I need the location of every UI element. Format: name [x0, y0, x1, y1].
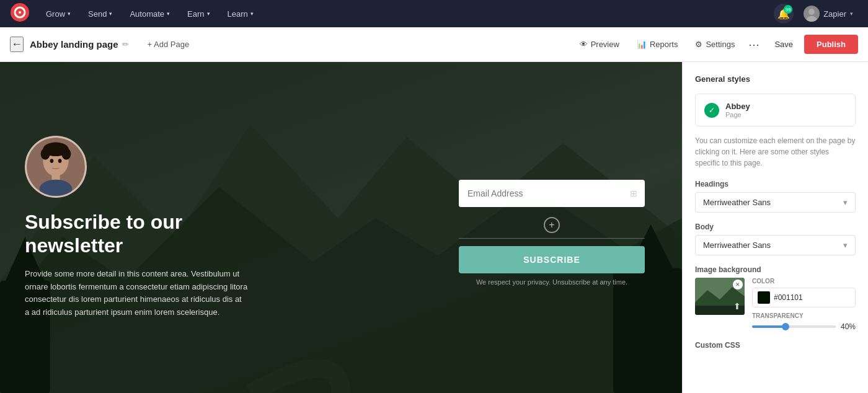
image-bg-row: ✕ ⬆ COLOR #001101 TRANSPARENCY 40% [695, 278, 856, 331]
add-icon: + [544, 217, 560, 233]
body-label: Body [695, 223, 856, 231]
svg-point-21 [50, 159, 54, 163]
color-label: COLOR [752, 278, 856, 285]
chevron-down-icon: ▾ [843, 198, 848, 207]
svg-point-22 [58, 159, 62, 163]
svg-point-18 [61, 148, 71, 160]
panel-description: You can customize each element on the pa… [695, 135, 856, 169]
nav-item-learn[interactable]: Learn ▾ [221, 7, 260, 21]
notification-bell[interactable]: 🔔 99 [774, 4, 794, 24]
color-swatch[interactable] [758, 291, 770, 304]
email-input-wrapper: ⊞ [459, 180, 645, 207]
chevron-down-icon: ▾ [843, 241, 848, 250]
logo[interactable] [10, 2, 35, 25]
headings-font-select[interactable]: Merriweather Sans ▾ [695, 192, 856, 213]
remove-image-button[interactable]: ✕ [733, 280, 743, 289]
panel-title: General styles [695, 74, 856, 84]
color-section: COLOR #001101 TRANSPARENCY 40% [752, 278, 856, 331]
svg-point-2 [19, 11, 21, 14]
chevron-down-icon: ▾ [109, 11, 112, 17]
user-name: Zapier [823, 9, 846, 19]
avatar-image[interactable] [25, 136, 87, 198]
page-info-card[interactable]: ✓ Abbey Page [695, 94, 856, 126]
transparency-value: 40% [841, 322, 856, 331]
avatar [804, 6, 820, 22]
svg-point-17 [41, 148, 50, 160]
right-panel: General styles ✓ Abbey Page You can cust… [682, 62, 868, 393]
chevron-down-icon: ▾ [167, 11, 170, 17]
chevron-down-icon: ▾ [250, 11, 254, 17]
check-icon: ✓ [704, 103, 719, 118]
add-page-button[interactable]: + Add Page [141, 36, 196, 53]
toolbar: ← Abbey landing page ✏ + Add Page 👁 Prev… [0, 27, 868, 62]
page-name: Abbey [725, 102, 750, 111]
form-area: ⊞ + SUBSCRIBE We respect your privacy. U… [459, 180, 645, 286]
top-nav: Grow ▾ Send ▾ Automate ▾ Earn ▾ Learn ▾ … [0, 0, 868, 27]
privacy-note: We respect your privacy. Unsubscribe at … [459, 278, 645, 286]
nav-item-earn[interactable]: Earn ▾ [181, 7, 216, 21]
more-options-icon[interactable]: ⋯ [745, 34, 763, 55]
headings-label: Headings [695, 180, 856, 188]
settings-button[interactable]: ⚙ Settings [688, 36, 742, 53]
main-area: Subscribe to our newsletter Provide some… [0, 62, 868, 393]
color-value: #001101 [774, 293, 803, 302]
page-type: Page [725, 111, 750, 118]
reports-icon: 📊 [637, 40, 647, 49]
bg-image-thumbnail[interactable]: ✕ ⬆ [695, 278, 745, 315]
email-input[interactable] [459, 180, 622, 207]
notification-badge: 99 [784, 5, 792, 14]
grid-icon: ⊞ [622, 188, 645, 198]
preview-button[interactable]: 👁 Preview [572, 36, 627, 53]
hero-body[interactable]: Provide some more detail in this content… [25, 268, 248, 319]
add-field-button[interactable]: + [459, 212, 645, 239]
page-title: Abbey landing page [30, 39, 118, 50]
transparency-row: 40% [752, 322, 856, 331]
nav-item-automate[interactable]: Automate ▾ [123, 7, 176, 21]
transparency-slider[interactable] [752, 325, 836, 328]
upload-icon: ⬆ [733, 301, 741, 311]
body-font-select[interactable]: Merriweather Sans ▾ [695, 235, 856, 255]
svg-point-3 [808, 9, 815, 15]
nav-item-grow[interactable]: Grow ▾ [40, 7, 77, 21]
chevron-down-icon: ▾ [68, 11, 71, 17]
back-button[interactable]: ← [10, 37, 24, 52]
save-button[interactable]: Save [766, 36, 802, 53]
edit-icon[interactable]: ✏ [122, 40, 129, 49]
user-menu[interactable]: Zapier ▾ [799, 3, 858, 24]
nav-item-send[interactable]: Send ▾ [82, 7, 118, 21]
custom-css-label: Custom CSS [695, 341, 856, 350]
publish-button[interactable]: Publish [804, 35, 858, 54]
hero-title[interactable]: Subscribe to our newsletter [25, 210, 248, 258]
svg-point-4 [807, 16, 817, 22]
image-bg-label: Image background [695, 265, 856, 274]
reports-button[interactable]: 📊 Reports [629, 36, 686, 53]
eye-icon: 👁 [580, 40, 588, 49]
chevron-down-icon: ▾ [207, 11, 210, 17]
canvas: Subscribe to our newsletter Provide some… [0, 62, 682, 393]
color-picker-row[interactable]: #001101 [752, 288, 856, 307]
settings-icon: ⚙ [695, 40, 702, 49]
transparency-label: TRANSPARENCY [752, 312, 856, 319]
subscribe-button[interactable]: SUBSCRIBE [459, 246, 645, 273]
chevron-down-icon: ▾ [850, 11, 853, 17]
